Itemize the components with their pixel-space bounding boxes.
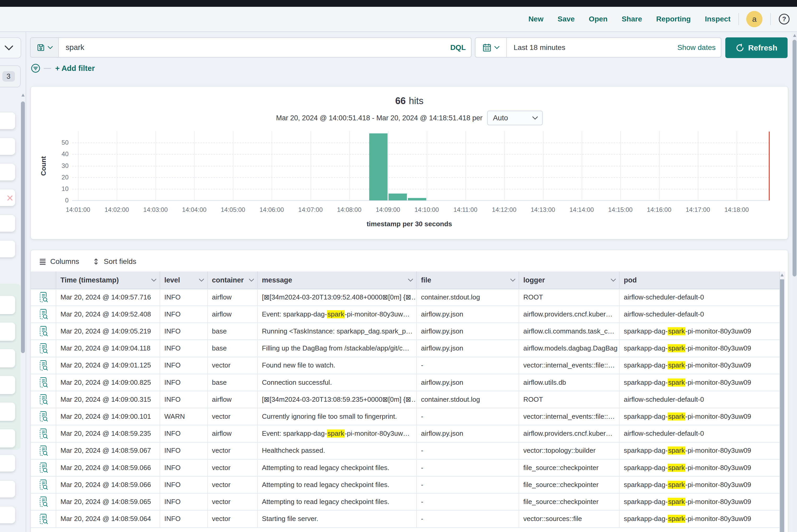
histogram-bar[interactable] [389, 193, 407, 201]
column-header-time[interactable]: Time (timestamp) [56, 271, 160, 289]
chevron-down-icon[interactable] [199, 279, 204, 282]
table-row: Mar 20, 2024 @ 14:09:52.408INFOairflowEv… [31, 306, 784, 323]
chevron-down-icon[interactable] [151, 279, 156, 282]
cell-message: [⊠[34m2024-03-20T13:09:52.408+0000⊠[0m] … [257, 289, 416, 305]
selected-fields-box: 3 [0, 65, 21, 87]
column-header-label: pod [624, 276, 636, 284]
cell-logger: airflow.providers.cncf.kuber… [519, 306, 619, 323]
field-pill[interactable] [0, 323, 15, 341]
nav-link-new[interactable]: New [528, 15, 543, 23]
chevron-down-icon[interactable] [249, 279, 254, 282]
chevron-down-icon[interactable] [611, 279, 616, 282]
field-pill[interactable] [0, 455, 15, 472]
cell-pod: sparkapp-dag-spark-pi-monitor-80y3uw09 [619, 323, 784, 340]
x-axis-tick-label: 14:12:00 [488, 206, 520, 213]
column-header-pod[interactable]: pod [619, 271, 784, 289]
column-header-label: container [212, 276, 244, 284]
chevron-down-icon[interactable] [408, 279, 413, 282]
cell-file: - [416, 408, 519, 425]
table-scrollbar-thumb[interactable] [780, 279, 784, 532]
cell-logger: vector::internal_events::file::… [519, 357, 619, 374]
quick-select-menu-button[interactable] [476, 38, 507, 57]
field-pill[interactable] [0, 481, 15, 497]
cell-pod: sparkapp-dag-spark-pi-monitor-80y3uw09 [619, 340, 784, 357]
expand-document-icon[interactable] [31, 340, 56, 357]
expand-document-icon[interactable] [31, 289, 56, 305]
histogram-bar[interactable] [369, 133, 388, 201]
field-pill[interactable] [0, 241, 15, 258]
column-header-container[interactable]: container [207, 271, 257, 289]
expand-document-icon[interactable] [31, 374, 56, 391]
sort-fields-button[interactable]: Sort fields [92, 258, 136, 266]
highlight: spark [668, 464, 686, 472]
field-pill[interactable] [0, 429, 15, 448]
scroll-up-arrow-icon[interactable] [780, 273, 784, 277]
page-scrollbar-thumb[interactable] [793, 40, 796, 277]
expand-document-icon[interactable] [31, 323, 56, 340]
nav-link-open[interactable]: Open [589, 15, 608, 23]
columns-button[interactable]: Columns [39, 258, 79, 266]
svg-text:?: ? [782, 15, 786, 22]
table-row: Mar 20, 2024 @ 14:09:04.118INFObaseFilli… [31, 340, 784, 357]
field-pill[interactable] [0, 507, 15, 524]
expand-document-icon[interactable] [31, 306, 56, 323]
cell-level: INFO [160, 391, 207, 408]
nav-link-share[interactable]: Share [622, 15, 642, 23]
column-header-file[interactable]: file [416, 271, 519, 289]
field-pill[interactable] [0, 296, 15, 314]
chevron-down-icon [48, 46, 53, 49]
field-pill[interactable] [0, 215, 15, 232]
expand-document-icon[interactable] [31, 493, 56, 510]
cell-file: - [416, 459, 519, 476]
table-row: Mar 20, 2024 @ 14:09:05.219INFObaseRunni… [31, 323, 784, 340]
column-header-logger[interactable]: logger [519, 271, 619, 289]
saved-query-menu-button[interactable] [31, 38, 59, 57]
time-range-value[interactable]: Last 18 minutes [507, 43, 678, 52]
field-pill[interactable] [0, 402, 15, 421]
refresh-button[interactable]: Refresh [725, 37, 787, 58]
show-dates-button[interactable]: Show dates [678, 43, 721, 52]
x-axis-line [72, 201, 770, 201]
field-pill[interactable] [0, 164, 15, 180]
expand-document-icon[interactable] [31, 459, 56, 476]
expand-document-icon[interactable] [31, 408, 56, 425]
remove-field-icon[interactable] [7, 195, 13, 201]
cell-message: Running <TaskInstance: sparkapp_dag.spar… [257, 323, 416, 340]
add-filter-button[interactable]: + Add filter [55, 64, 95, 73]
field-pill[interactable] [0, 376, 15, 394]
field-pill[interactable] [0, 112, 15, 129]
expand-document-icon[interactable] [31, 511, 56, 527]
filter-icon[interactable] [31, 63, 40, 73]
sidebar-scrollbar-thumb[interactable] [21, 101, 25, 353]
field-pill[interactable] [0, 189, 15, 206]
table-row: Mar 20, 2024 @ 14:08:59.066INFOvectorAtt… [31, 459, 784, 477]
column-header-level[interactable]: level [160, 271, 207, 289]
chevron-down-icon[interactable] [510, 279, 516, 282]
cell-message: Starting file server. [257, 511, 416, 527]
query-language-button[interactable]: DQL [445, 43, 471, 52]
field-pill[interactable] [0, 349, 15, 367]
cell-logger: airflow.cli.commands.task_c… [519, 323, 619, 340]
help-icon[interactable]: ? [778, 13, 790, 25]
nav-link-inspect[interactable]: Inspect [705, 15, 730, 23]
nav-link-reporting[interactable]: Reporting [656, 15, 691, 23]
cell-pod: sparkapp-dag-spark-pi-monitor-80y3uw09 [619, 408, 784, 425]
avatar[interactable]: a [746, 11, 762, 27]
expand-document-icon[interactable] [31, 357, 56, 374]
scroll-up-arrow-icon[interactable] [793, 34, 796, 37]
cell-message: [⊠[34m2024-03-20T13:08:59.235+0000⊠[0m] … [257, 391, 416, 408]
search-input[interactable]: spark [59, 43, 445, 52]
highlight: spark [668, 498, 686, 506]
filter-dash [44, 68, 51, 69]
column-header-message[interactable]: message [257, 271, 416, 289]
expand-document-icon[interactable] [31, 425, 56, 442]
expand-document-icon[interactable] [31, 391, 56, 408]
nav-link-save[interactable]: Save [558, 15, 575, 23]
histogram-bar[interactable] [408, 198, 426, 201]
collapse-sidebar-button[interactable] [0, 37, 21, 58]
field-pill[interactable] [0, 138, 15, 155]
expand-document-icon[interactable] [31, 442, 56, 459]
expand-document-icon[interactable] [31, 476, 56, 493]
scroll-up-arrow-icon[interactable] [21, 94, 24, 96]
field-count-badge: 3 [2, 71, 15, 82]
